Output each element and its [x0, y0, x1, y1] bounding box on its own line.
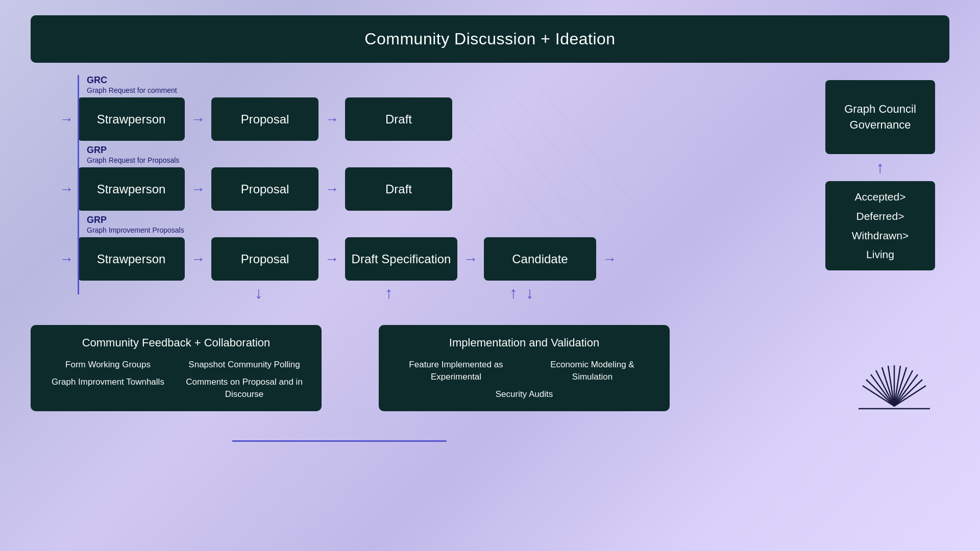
candidate-arrows-container: ↑ ↓	[465, 284, 578, 303]
community-feedback-box: Community Feedback + Collaboration Form …	[31, 325, 322, 411]
grp1-entry-arrow: →	[31, 181, 78, 197]
grp2-row: GRP Graph Improvement Proposals → Strawp…	[31, 215, 949, 281]
grp2-arrow-1: →	[191, 251, 205, 267]
proposal-down-arrow-container: ↓	[205, 284, 312, 303]
draftspec-up-arrow-container: ↑	[333, 284, 445, 303]
grc-arrow-2: →	[325, 111, 339, 128]
candidate-down-arrow: ↓	[526, 284, 534, 303]
grp2-arrow-3: →	[463, 251, 478, 267]
governance-up-arrow: ↑	[876, 154, 885, 181]
grc-strawperson: Strawperson	[78, 97, 185, 141]
grc-title: GRC	[87, 75, 177, 86]
grp1-subtitle: Graph Request for Proposals	[87, 156, 179, 165]
grp2-entry-arrow: →	[31, 251, 78, 267]
community-feedback-items: Form Working Groups Snapshot Community P…	[45, 359, 307, 400]
community-feedback-title: Community Feedback + Collaboration	[45, 336, 307, 349]
grp1-proposal: Proposal	[211, 167, 318, 211]
impl-item-2: Economic Modeling & Simulation	[529, 359, 655, 383]
grc-subtitle: Graph Request for comment	[87, 86, 177, 95]
community-item-3: Graph Improvment Townhalls	[45, 376, 171, 400]
grp2-candidate: Candidate	[484, 237, 596, 281]
grc-proposal: Proposal	[211, 97, 318, 141]
impl-item-1: Feature Implemented as Experimental	[393, 359, 519, 383]
banner-title: Community Discussion + Ideation	[364, 30, 615, 48]
grc-arrow-1: →	[191, 111, 205, 128]
grc-entry-arrow: →	[31, 111, 78, 128]
page-content: Community Discussion + Ideation GRC Grap…	[0, 0, 980, 427]
grp2-title: GRP	[87, 215, 184, 226]
community-item-2: Snapshot Community Polling	[181, 359, 307, 371]
grp1-title: GRP	[87, 145, 179, 156]
impl-item-3: Security Audits	[393, 388, 655, 400]
grp2-label: GRP Graph Improvement Proposals	[87, 215, 184, 235]
accepted-box: Accepted> Deferred> Withdrawn> Living	[825, 181, 935, 270]
grp2-strawperson: Strawperson	[78, 237, 185, 281]
left-connector-line	[78, 75, 79, 294]
draftspec-up-arrow: ↑	[385, 284, 393, 303]
logo-svg	[853, 360, 935, 411]
right-column: Graph Council Governance ↑ Accepted> Def…	[825, 80, 935, 270]
grc-draft: Draft	[345, 97, 452, 141]
top-banner: Community Discussion + Ideation	[31, 15, 949, 63]
vertical-arrows-row: ↓ ↑ ↑ ↓	[31, 284, 949, 303]
governance-box: Graph Council Governance	[825, 80, 935, 154]
implementation-title: Implementation and Validation	[393, 336, 655, 349]
grp2-subtitle: Graph Improvement Proposals	[87, 226, 184, 235]
grp1-label: GRP Graph Request for Proposals	[87, 145, 179, 165]
grp1-row: GRP Graph Request for Proposals → Strawp…	[31, 145, 949, 215]
proposal-down-arrow: ↓	[255, 284, 263, 303]
grp1-arrow-2: →	[325, 181, 339, 197]
candidate-up-arrow: ↑	[509, 284, 518, 303]
grp2-proposal: Proposal	[211, 237, 318, 281]
grp1-strawperson: Strawperson	[78, 167, 185, 211]
grp2-arrow-4: →	[602, 251, 617, 267]
implementation-items: Feature Implemented as Experimental Econ…	[393, 359, 655, 400]
community-item-1: Form Working Groups	[45, 359, 171, 371]
community-item-4: Comments on Proposal and in Discourse	[181, 376, 307, 400]
bottom-section: Community Feedback + Collaboration Form …	[31, 325, 949, 411]
grp1-arrow-1: →	[191, 181, 205, 197]
grc-row: GRC Graph Request for comment → Strawper…	[31, 75, 949, 145]
grp2-arrow-2: →	[325, 251, 339, 267]
grp1-draft: Draft	[345, 167, 452, 211]
bottom-connector-h	[232, 440, 447, 442]
logo-area	[853, 360, 935, 411]
grc-label: GRC Graph Request for comment	[87, 75, 177, 95]
implementation-box: Implementation and Validation Feature Im…	[379, 325, 670, 411]
grp2-draft-spec: Draft Specification	[345, 237, 457, 281]
